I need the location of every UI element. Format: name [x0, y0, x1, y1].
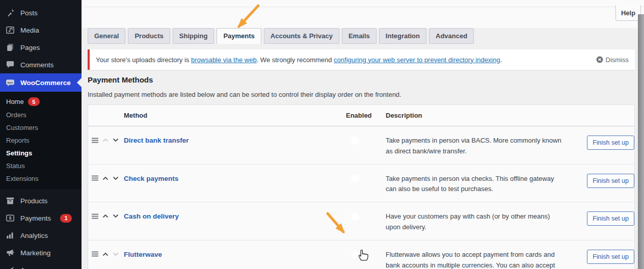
submenu-item-extensions[interactable]: Extensions: [0, 172, 82, 185]
tab-general[interactable]: General: [88, 28, 125, 44]
tab-accounts-privacy[interactable]: Accounts & Privacy: [264, 28, 339, 44]
move-up-icon[interactable]: [102, 214, 109, 218]
top-divider: [82, 7, 644, 7]
dismiss-icon: [596, 56, 603, 63]
submenu-item-reports[interactable]: Reports: [0, 134, 82, 147]
method-name-link[interactable]: Check payments: [124, 175, 178, 182]
sidebar-item-payments[interactable]: $ Payments 1: [0, 209, 82, 227]
submenu-item-label: Home: [6, 98, 24, 105]
payment-method-row: Flutterwave Flutterwave allows you to ac…: [88, 240, 634, 269]
toggle-knob: [351, 251, 359, 259]
sidebar-item-products[interactable]: Products: [0, 192, 82, 209]
help-button[interactable]: Help: [615, 5, 641, 21]
submenu-item-home[interactable]: Home5: [0, 95, 82, 109]
finish-setup-button[interactable]: Finish set up: [587, 174, 634, 188]
move-up-icon[interactable]: [102, 138, 109, 142]
sidebar-item-pages[interactable]: Pages: [0, 39, 82, 56]
sidebar-item-posts[interactable]: Posts: [0, 4, 82, 21]
move-down-icon[interactable]: [113, 176, 119, 180]
sort-controls: [88, 250, 124, 259]
submenu-item-orders[interactable]: Orders: [0, 109, 82, 121]
finish-setup-button[interactable]: Finish set up: [587, 136, 634, 150]
drag-handle-icon[interactable]: [92, 251, 98, 257]
notice-link-browsable[interactable]: browsable via the web: [191, 56, 257, 64]
sidebar-bottom-menu: Products $ Payments 1 Analytics Marketin…: [0, 189, 82, 269]
method-name-link[interactable]: Flutterwave: [124, 251, 162, 258]
move-down-icon[interactable]: [113, 138, 119, 142]
submenu-item-label: Settings: [6, 149, 32, 157]
dismiss-button[interactable]: Dismiss: [596, 56, 629, 64]
home-count-badge: 5: [28, 97, 40, 106]
finish-setup-button[interactable]: Finish set up: [587, 250, 634, 264]
sidebar-item-media[interactable]: Media: [0, 21, 82, 39]
tab-payments[interactable]: Payments: [217, 28, 261, 44]
col-method: Method: [124, 112, 346, 119]
sidebar-item-label: Pages: [20, 44, 40, 51]
sidebar-item-comments[interactable]: Comments: [0, 56, 82, 73]
media-icon: [5, 25, 15, 35]
svg-text:woo: woo: [7, 81, 14, 84]
sidebar-item-label: Posts: [20, 9, 38, 17]
tab-integration[interactable]: Integration: [379, 28, 426, 44]
sort-controls: [88, 136, 124, 145]
top-strip: [82, 0, 644, 28]
page-title: Payment Methods: [88, 75, 153, 84]
method-description: Take payments in person via checks. This…: [386, 174, 578, 195]
current-menu-arrow: [77, 78, 82, 87]
move-up-icon[interactable]: [102, 176, 109, 180]
payments-count-badge: 1: [60, 214, 72, 223]
tab-shipping[interactable]: Shipping: [173, 28, 214, 44]
sidebar-item-label: Media: [20, 26, 39, 34]
vertical-scrollbar[interactable]: [638, 14, 644, 269]
admin-sidebar: Posts Media Pages Comments woo WooCommer…: [0, 0, 82, 269]
pages-icon: [5, 42, 15, 52]
submenu-item-settings[interactable]: Settings: [0, 147, 82, 159]
sidebar-item-label: Payments: [20, 214, 51, 222]
sidebar-item-woocommerce[interactable]: woo WooCommerce: [0, 73, 82, 92]
brush-icon: [5, 265, 15, 269]
dollar-icon: $: [5, 213, 15, 223]
sidebar-item-label: WooCommerce: [20, 79, 71, 87]
sidebar-item-label: Analytics: [20, 232, 48, 239]
sidebar-item-label: Comments: [20, 61, 53, 69]
sidebar-item-marketing[interactable]: Marketing: [0, 244, 82, 261]
payment-method-row: Check payments Take payments in person v…: [88, 165, 634, 203]
page-description: Installed payment methods are listed bel…: [88, 91, 401, 98]
submenu-item-status[interactable]: Status: [0, 159, 82, 172]
toggle-knob: [351, 212, 359, 221]
method-description: Have your customers pay with cash (or by…: [386, 211, 578, 233]
tab-emails[interactable]: Emails: [342, 28, 377, 44]
payment-method-row: Direct bank transfer Take payments in pe…: [88, 126, 634, 165]
bar-chart-icon: [5, 230, 15, 240]
drag-handle-icon[interactable]: [92, 213, 98, 219]
box-icon: [5, 196, 15, 206]
move-up-icon[interactable]: [102, 252, 109, 256]
tab-advanced[interactable]: Advanced: [429, 28, 474, 44]
submenu-item-label: Orders: [6, 111, 26, 119]
submenu-item-label: Reports: [6, 137, 30, 144]
drag-handle-icon[interactable]: [92, 138, 98, 143]
move-down-icon[interactable]: [113, 214, 119, 218]
payment-methods-table: Method Enabled Description Direct bank t…: [88, 104, 635, 269]
notice-text: Your store's uploads directory is browsa…: [96, 56, 502, 64]
sidebar-item-analytics[interactable]: Analytics: [0, 227, 82, 244]
method-name-link[interactable]: Direct bank transfer: [124, 137, 189, 144]
method-description: Flutterwave allows you to accept payment…: [386, 250, 578, 269]
drag-handle-icon[interactable]: [92, 175, 98, 181]
method-description: Take payments in person via BACS. More c…: [386, 136, 578, 157]
submenu-item-customers[interactable]: Customers: [0, 121, 82, 134]
submenu-item-label: Customers: [6, 124, 38, 131]
finish-setup-button[interactable]: Finish set up: [587, 211, 634, 226]
payment-method-row: Cash on delivery Have your customers pay…: [88, 202, 634, 240]
woocommerce-icon: woo: [5, 77, 15, 88]
settings-content: Help General Products Shipping Payments …: [82, 0, 644, 269]
table-body: Direct bank transfer Take payments in pe…: [88, 126, 634, 269]
notice-link-configure[interactable]: configuring your web server to prevent d…: [334, 56, 500, 64]
method-name-link[interactable]: Cash on delivery: [124, 212, 179, 220]
tab-products[interactable]: Products: [128, 28, 170, 44]
col-description: Description: [386, 112, 578, 119]
sidebar-item-appearance[interactable]: Appearance: [0, 261, 82, 269]
sidebar-item-label: Products: [20, 197, 47, 205]
comment-icon: [5, 60, 15, 70]
move-down-icon[interactable]: [113, 252, 119, 256]
